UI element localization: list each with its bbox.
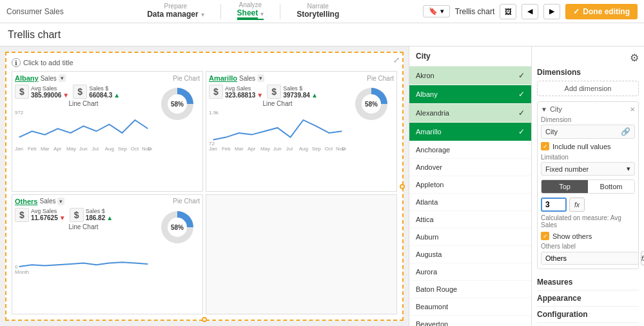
nav-divider-2 xyxy=(280,4,280,19)
nav-right: 🔖 ▾ Trellis chart 🖼 ◀ ▶ ✓ Done editing xyxy=(423,4,638,19)
up-arrow-1: ▲ xyxy=(113,92,120,99)
city-item[interactable]: Baton Rouge xyxy=(409,281,531,298)
gear-icon[interactable]: ⚙ xyxy=(537,52,639,64)
line-chart-amarillo: Line Chart 1.9k Jan Feb Mar Apr May Jun xyxy=(209,100,346,154)
city-item[interactable]: Aurora xyxy=(409,263,531,281)
dropdown-arrow-others[interactable]: ▾ xyxy=(57,198,64,205)
svg-text:Mar: Mar xyxy=(235,146,244,152)
app-title: Consumer Sales xyxy=(6,7,64,16)
line-chart-svg-amarillo: 1.9k Jan Feb Mar Apr May Jun Jul Aug S xyxy=(209,107,346,154)
top-button[interactable]: Top xyxy=(542,180,588,193)
bookmark-button[interactable]: 🔖 ▾ xyxy=(423,5,450,17)
city-item[interactable]: Atlanta xyxy=(409,194,531,211)
done-editing-button[interactable]: ✓ Done editing xyxy=(565,4,638,19)
pie-svg-others: 58% xyxy=(157,207,199,249)
add-title-button[interactable]: ℹ Click to add title xyxy=(12,58,397,67)
resize-handle-right[interactable] xyxy=(400,184,405,189)
configuration-section[interactable]: Configuration xyxy=(537,307,639,323)
nav-prepare[interactable]: Prepare Data manager ▾ xyxy=(134,0,217,23)
nav-center: Prepare Data manager ▾ Analyze Sheet ▾ N… xyxy=(134,0,352,24)
nav-narrate-top: Narrate xyxy=(307,3,329,10)
prepare-arrow-icon: ▾ xyxy=(201,11,204,18)
collapse-arrow-icon[interactable]: ▼ xyxy=(541,106,547,113)
city-item-name: Beaumont xyxy=(416,303,448,311)
show-others-row: ✓ Show others xyxy=(541,232,635,240)
svg-text:Aug: Aug xyxy=(299,146,308,152)
city-item[interactable]: Amarillo✓ xyxy=(409,123,531,141)
others-fx-button[interactable]: fx xyxy=(641,251,644,265)
nav-narrate[interactable]: Narrate Storytelling xyxy=(284,0,352,23)
kpi-name-1: Avg Sales xyxy=(31,85,69,92)
nav-prepare-main: Data manager xyxy=(147,10,198,19)
svg-text:Jun: Jun xyxy=(273,146,282,152)
nav-left: Consumer Sales xyxy=(6,7,64,16)
others-input[interactable] xyxy=(541,252,639,265)
svg-text:Jul: Jul xyxy=(92,146,99,152)
nav-forward-button[interactable]: ▶ xyxy=(543,4,560,19)
city-item[interactable]: Alexandria✓ xyxy=(409,104,531,123)
dimension-field-label: Dimension xyxy=(541,116,635,123)
city-item[interactable]: Appleton xyxy=(409,176,531,194)
city-item[interactable]: Anchorage xyxy=(409,141,531,159)
checkmark-icon: ✓ xyxy=(573,7,580,16)
dollar-icon-5: $ xyxy=(15,208,29,222)
svg-text:Apr: Apr xyxy=(248,146,256,152)
dimension-field-value[interactable]: City 🔗 xyxy=(541,125,635,139)
city-item-name: Augusta xyxy=(416,250,442,258)
city-item[interactable]: Akron✓ xyxy=(409,66,531,85)
city-item[interactable]: Albany✓ xyxy=(409,85,531,104)
delete-dim-button[interactable]: ✕ xyxy=(630,106,635,113)
svg-text:58%: 58% xyxy=(364,101,377,108)
kpi-avg-sales-albany: $ Avg Sales 385.99006 ▼ xyxy=(15,85,69,99)
resize-handle-bottom[interactable] xyxy=(202,317,207,322)
check-icon: ✓ xyxy=(518,90,525,99)
city-item-name: Atlanta xyxy=(416,198,438,206)
chart-type-label: Trellis chart xyxy=(455,7,495,16)
add-dimension-button[interactable]: Add dimension xyxy=(537,81,639,96)
others-input-row: fx xyxy=(541,251,635,265)
show-others-checkbox[interactable]: ✓ xyxy=(541,232,549,240)
bottom-button[interactable]: Bottom xyxy=(588,180,634,193)
city-panel-header: City xyxy=(409,46,531,66)
expand-icon[interactable]: ⤢ xyxy=(393,56,400,65)
dollar-icon-1: $ xyxy=(15,85,29,99)
pie-svg-amarillo: 58% xyxy=(351,83,393,125)
city-item-name: Anchorage xyxy=(416,146,450,154)
nav-analyze[interactable]: Analyze Sheet ▾ xyxy=(224,0,277,24)
show-others-label: Show others xyxy=(552,232,592,240)
city-item[interactable]: Auburn xyxy=(409,229,531,246)
kpi-val-6: 186.82 xyxy=(86,214,106,221)
kpi-values-4: Sales $ 39739.84 ▲ xyxy=(283,85,318,99)
kpi-row-others: $ Avg Sales 11.67625 ▼ xyxy=(15,208,152,222)
city-name-others[interactable]: Others xyxy=(15,198,37,205)
fx-button[interactable]: fx xyxy=(569,198,585,212)
dropdown-arrow-amarillo[interactable]: ▾ xyxy=(257,74,264,82)
pie-svg-albany: 58% xyxy=(157,83,199,125)
limitation-select[interactable]: Fixed number ▾ xyxy=(541,162,635,176)
city-item[interactable]: Beaverton xyxy=(409,316,531,326)
city-item[interactable]: Augusta xyxy=(409,246,531,263)
kpi-line-area-amarillo: $ Avg Sales 323.68813 ▼ xyxy=(209,83,346,188)
down-arrow-2: ▼ xyxy=(257,92,263,99)
dropdown-arrow-albany[interactable]: ▾ xyxy=(59,74,66,82)
city-item[interactable]: Andover xyxy=(409,159,531,176)
city-name-amarillo[interactable]: Amarillo xyxy=(209,74,237,82)
dollar-icon-2: $ xyxy=(73,85,87,99)
kpi-name-2: Sales $ xyxy=(89,85,120,92)
number-input[interactable] xyxy=(541,198,567,212)
kpi-values-6: Sales $ 186.82 ▲ xyxy=(86,208,113,221)
nav-back-button[interactable]: ◀ xyxy=(522,4,538,19)
kpi-val-1: 385.99006 xyxy=(31,92,61,99)
appearance-section[interactable]: Appearance xyxy=(537,290,639,307)
city-item[interactable]: Beaumont xyxy=(409,298,531,316)
city-item-name: Appleton xyxy=(416,181,444,188)
city-item[interactable]: Attica xyxy=(409,211,531,229)
svg-text:Month: Month xyxy=(15,269,29,274)
kpi-val-3: 323.68813 xyxy=(225,92,255,99)
include-null-checkbox[interactable]: ✓ xyxy=(541,142,549,150)
link-icon[interactable]: 🔗 xyxy=(621,127,630,136)
measures-section[interactable]: Measures xyxy=(537,274,639,290)
city-name-albany[interactable]: Albany xyxy=(15,74,39,82)
svg-text:72: 72 xyxy=(209,141,215,147)
chart-type-icon-button[interactable]: 🖼 xyxy=(500,4,516,19)
